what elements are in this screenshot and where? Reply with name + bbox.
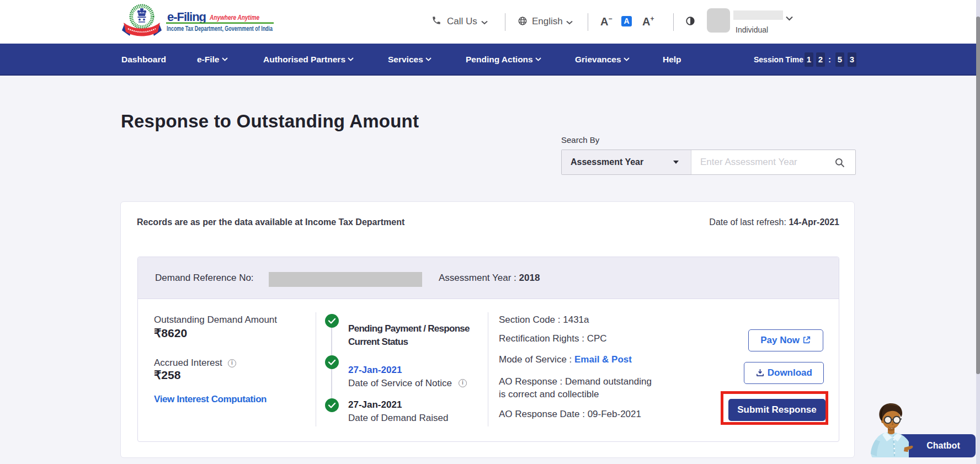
svg-text:e-Filing: e-Filing xyxy=(167,10,206,24)
svg-text:Anywhere Anytime: Anywhere Anytime xyxy=(209,14,259,22)
svg-text:Income Tax Department, Governm: Income Tax Department, Government of Ind… xyxy=(167,25,273,33)
